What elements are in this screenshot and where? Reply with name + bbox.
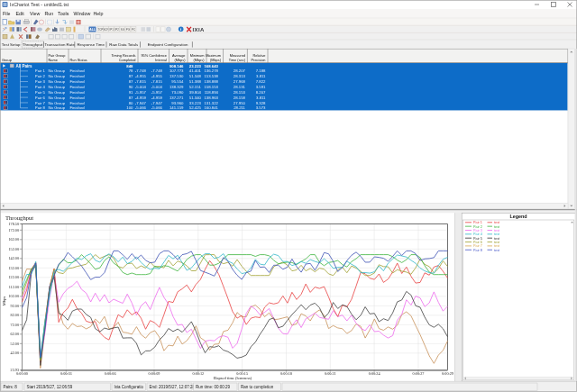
svg-text:137.530: 137.530 <box>169 74 184 78</box>
svg-text:-7.815: -7.815 <box>151 79 163 84</box>
svg-text:Completed: Completed <box>119 58 136 62</box>
svg-text:0:00:00: 0:00:00 <box>16 371 28 376</box>
svg-text:Pair 4: Pair 4 <box>35 85 46 89</box>
svg-text:138.329: 138.329 <box>169 85 184 89</box>
svg-text:-5.066: -5.066 <box>151 105 163 110</box>
svg-text:92.00: 92.00 <box>11 304 19 308</box>
svg-text:test: test <box>494 249 500 252</box>
svg-text:102.00: 102.00 <box>8 294 19 298</box>
svg-text:Pair 1: Pair 1 <box>35 68 46 73</box>
svg-text:IXIA: IXIA <box>193 27 206 32</box>
svg-text:3.811: 3.811 <box>256 96 266 100</box>
svg-text:107.773: 107.773 <box>169 68 184 73</box>
svg-text:Raw Data Totals: Raw Data Totals <box>109 42 139 47</box>
svg-text:-7.815: -7.815 <box>135 79 147 84</box>
svg-text:Tools: Tools <box>58 11 69 16</box>
svg-text:IxChariot Test - untitled1.tst: IxChariot Test - untitled1.tst <box>10 2 69 7</box>
svg-text:Finished: Finished <box>70 79 86 84</box>
svg-text:0:00:27: 0:00:27 <box>413 371 425 376</box>
svg-text:Time (sec): Time (sec) <box>229 58 246 62</box>
svg-text:7.188: 7.188 <box>256 68 266 73</box>
svg-text:Pair 2: Pair 2 <box>35 74 46 78</box>
svg-text:All Pairs: All Pairs <box>16 64 33 68</box>
svg-text:100: 100 <box>126 105 133 110</box>
svg-text:78: 78 <box>129 68 133 73</box>
svg-text:View: View <box>30 11 41 16</box>
svg-text:91: 91 <box>129 90 133 95</box>
svg-text:(Mbps): (Mbps) <box>193 58 205 62</box>
svg-text:Throughput: Throughput <box>23 42 43 47</box>
svg-text:Ixia Configuratio: Ixia Configuratio <box>114 385 144 389</box>
svg-text:158.153: 158.153 <box>204 85 218 89</box>
svg-text:137.271: 137.271 <box>169 96 184 100</box>
svg-text:848: 848 <box>126 64 133 68</box>
svg-text:131.322: 131.322 <box>204 101 218 105</box>
svg-text:42.00: 42.00 <box>11 351 19 355</box>
svg-text:142.00: 142.00 <box>8 256 19 260</box>
svg-text:Finished: Finished <box>70 74 86 78</box>
svg-text:0:00:24: 0:00:24 <box>369 371 381 376</box>
svg-text:87: 87 <box>129 74 133 78</box>
svg-text:33.223: 33.223 <box>189 101 202 105</box>
svg-text:Transaction Rate: Transaction Rate <box>45 42 76 47</box>
svg-text:82.00: 82.00 <box>11 313 19 317</box>
svg-text:Throughput: Throughput <box>5 214 33 221</box>
svg-text:122.00: 122.00 <box>8 275 19 279</box>
svg-text:Endpoint Configuration: Endpoint Configuration <box>148 42 188 47</box>
svg-text:0:00:18: 0:00:18 <box>280 371 292 376</box>
svg-text:178.50: 178.50 <box>8 222 19 226</box>
svg-text:-5.066: -5.066 <box>135 105 147 110</box>
svg-text:Mbps: Mbps <box>2 296 6 306</box>
svg-text:No Group: No Group <box>49 101 66 105</box>
svg-text:51.340: 51.340 <box>189 96 202 100</box>
svg-text:Interval: Interval <box>155 58 167 62</box>
svg-text:0:00:21: 0:00:21 <box>325 371 336 376</box>
svg-text:8.207: 8.207 <box>256 90 266 95</box>
svg-text:ALL: ALL <box>89 28 96 32</box>
svg-text:0:00:29: 0:00:29 <box>442 371 453 376</box>
svg-text:Test Setup: Test Setup <box>2 42 21 47</box>
svg-text:0:00:12: 0:00:12 <box>192 371 204 376</box>
svg-text:Ran to completion: Ran to completion <box>241 385 274 389</box>
svg-text:62.00: 62.00 <box>11 332 19 336</box>
svg-text:Edit: Edit <box>16 11 25 16</box>
svg-text:Legend: Legend <box>509 214 527 219</box>
svg-text:162.00: 162.00 <box>8 237 19 242</box>
svg-text:153.538: 153.538 <box>204 74 218 78</box>
svg-text:-5.004: -5.004 <box>135 85 147 89</box>
svg-text:136.278: 136.278 <box>204 68 218 73</box>
svg-text:87: 87 <box>129 79 133 84</box>
svg-text:28.313: 28.313 <box>234 74 246 78</box>
svg-text:Finished: Finished <box>70 105 86 110</box>
svg-text:138.963: 138.963 <box>204 96 218 100</box>
svg-text:-5.957: -5.957 <box>135 90 147 95</box>
svg-text:28.158: 28.158 <box>234 96 246 100</box>
svg-text:-5.957: -5.957 <box>151 90 163 95</box>
svg-text:112.00: 112.00 <box>9 285 19 289</box>
svg-text:-4.955: -4.955 <box>135 74 147 78</box>
svg-text:No Group: No Group <box>49 105 66 110</box>
svg-text:SG: SG <box>121 28 125 32</box>
svg-text:80: 80 <box>129 101 133 105</box>
svg-text:-7.947: -7.947 <box>135 101 147 105</box>
svg-text:72.00: 72.00 <box>11 323 19 327</box>
svg-text:52.00: 52.00 <box>11 342 19 346</box>
svg-text:Name: Name <box>49 58 58 62</box>
svg-text:-5.004: -5.004 <box>151 85 163 89</box>
svg-text:3.573: 3.573 <box>256 105 266 110</box>
svg-text:Group: Group <box>2 58 12 62</box>
svg-text:93.960: 93.960 <box>171 101 184 105</box>
svg-text:132.00: 132.00 <box>8 266 19 270</box>
svg-text:90: 90 <box>129 85 133 89</box>
svg-text:Pair 8: Pair 8 <box>473 249 482 252</box>
svg-text:Precision: Precision <box>251 58 265 62</box>
svg-text:IP2: IP2 <box>115 28 120 32</box>
svg-text:Window: Window <box>74 11 91 16</box>
svg-text:7.822: 7.822 <box>256 79 266 84</box>
svg-text:Finished: Finished <box>70 96 86 100</box>
svg-text:28.131: 28.131 <box>234 85 246 89</box>
svg-text:-4.955: -4.955 <box>151 74 163 78</box>
svg-text:87: 87 <box>129 96 133 100</box>
svg-text:3.591: 3.591 <box>256 85 266 89</box>
svg-text:End: 2019/5/27, 12:07:28: End: 2019/5/27, 12:07:28 <box>150 385 196 389</box>
